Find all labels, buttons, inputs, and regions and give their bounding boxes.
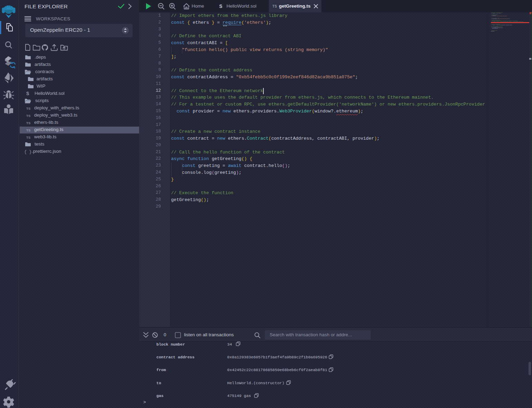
svg-text:S: S [219, 4, 222, 10]
svg-text:TS: TS [272, 4, 277, 8]
